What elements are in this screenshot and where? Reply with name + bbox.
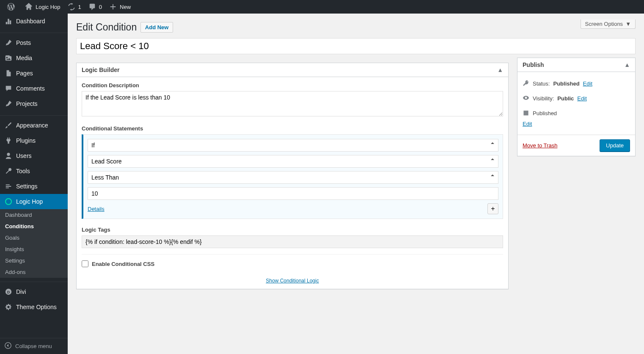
submenu-settings[interactable]: Settings xyxy=(0,255,68,266)
publish-box: Publish ▲ Status: Published Edit Visibil… xyxy=(517,58,636,156)
new-label: New xyxy=(120,4,131,10)
submenu-conditions[interactable]: Conditions xyxy=(0,221,68,232)
sidebar-item-label: Tools xyxy=(16,168,30,174)
condition-if-select[interactable]: If xyxy=(88,139,498,152)
sidebar-item-appearance[interactable]: Appearance xyxy=(0,118,68,133)
move-to-trash-link[interactable]: Move to Trash xyxy=(523,142,557,149)
updates[interactable]: 1 xyxy=(64,0,85,14)
submenu-dashboard[interactable]: Dashboard xyxy=(0,209,68,221)
admin-sidebar: Dashboard Posts Media Pages Comments Pro… xyxy=(0,14,68,298)
sidebar-item-posts[interactable]: Posts xyxy=(0,35,68,50)
sliders-icon xyxy=(4,182,13,191)
conditional-statement-block: If Lead Score Less Than Details + xyxy=(82,134,503,219)
page-title: Edit Condition xyxy=(76,18,137,35)
enable-css-checkbox[interactable] xyxy=(82,260,88,267)
comment-icon xyxy=(88,3,96,11)
sidebar-item-plugins[interactable]: Plugins xyxy=(0,133,68,148)
sidebar-item-label: Pages xyxy=(16,70,33,77)
logichop-submenu: Dashboard Conditions Goals Insights Sett… xyxy=(0,209,68,278)
published-label: Published xyxy=(533,110,557,116)
pin-icon xyxy=(4,39,13,47)
status-label: Status: xyxy=(533,80,550,87)
plus-icon xyxy=(109,3,117,11)
publish-visibility-row: Visibility: Public Edit xyxy=(523,91,630,106)
sidebar-item-label: Dashboard xyxy=(16,18,45,25)
logic-builder-header[interactable]: Logic Builder ▲ xyxy=(77,63,508,77)
submenu-goals[interactable]: Goals xyxy=(0,232,68,243)
sidebar-item-settings[interactable]: Settings xyxy=(0,179,68,194)
publish-header[interactable]: Publish ▲ xyxy=(517,58,635,72)
sidebar-item-tools[interactable]: Tools xyxy=(0,163,68,179)
site-name[interactable]: Logic Hop xyxy=(21,0,64,14)
add-new-button[interactable]: Add New xyxy=(140,22,173,33)
logic-builder-title: Logic Builder xyxy=(82,66,119,73)
status-edit-link[interactable]: Edit xyxy=(583,80,592,87)
show-conditional-logic-link[interactable]: Show Conditional Logic xyxy=(266,278,319,284)
publish-date-row: Published Edit xyxy=(523,106,630,130)
updates-count: 1 xyxy=(78,4,81,10)
dashboard-icon xyxy=(4,17,13,25)
logic-tags-label: Logic Tags xyxy=(82,227,503,233)
toggle-panel-icon[interactable]: ▲ xyxy=(497,66,503,73)
chevron-down-icon: ▼ xyxy=(625,21,631,27)
wordpress-icon xyxy=(7,3,15,11)
visibility-edit-link[interactable]: Edit xyxy=(577,95,586,102)
visibility-label: Visibility: xyxy=(533,95,554,102)
condition-field-select[interactable]: Lead Score xyxy=(88,155,498,168)
condition-operator-select[interactable]: Less Than xyxy=(88,171,498,184)
projects-icon xyxy=(4,100,13,108)
sidebar-item-users[interactable]: Users xyxy=(0,148,68,163)
wordpress-logo[interactable] xyxy=(3,0,21,14)
condition-description-input[interactable] xyxy=(82,91,503,116)
sidebar-item-comments[interactable]: Comments xyxy=(0,81,68,96)
condition-value-input[interactable] xyxy=(88,187,498,200)
sidebar-item-label: Posts xyxy=(16,39,31,46)
submenu-insights[interactable]: Insights xyxy=(0,243,68,255)
update-button[interactable]: Update xyxy=(600,139,630,152)
sidebar-item-label: Plugins xyxy=(16,137,36,144)
new-content[interactable]: New xyxy=(105,0,134,14)
sidebar-item-pages[interactable]: Pages xyxy=(0,66,68,81)
eye-icon xyxy=(523,94,529,102)
sidebar-item-label: Media xyxy=(16,55,32,61)
page-icon xyxy=(4,69,13,77)
sidebar-item-divi[interactable]: D Divi xyxy=(0,284,68,298)
wrench-icon xyxy=(4,167,13,175)
submenu-addons[interactable]: Add-ons xyxy=(0,266,68,278)
publish-title: Publish xyxy=(523,61,544,68)
sidebar-item-label: Settings xyxy=(16,183,38,190)
sidebar-item-label: Logic Hop xyxy=(16,198,43,205)
logic-builder-box: Logic Builder ▲ Condition Description Co… xyxy=(76,63,509,289)
admin-bar: Logic Hop 1 0 New xyxy=(0,0,644,14)
update-icon xyxy=(67,3,76,11)
users-icon xyxy=(4,152,13,160)
status-value: Published xyxy=(553,80,579,87)
post-title-input[interactable] xyxy=(76,38,636,54)
comments[interactable]: 0 xyxy=(85,0,105,14)
sidebar-item-projects[interactable]: Projects xyxy=(0,96,68,111)
logic-tags-input[interactable] xyxy=(82,235,503,248)
sidebar-item-media[interactable]: Media xyxy=(0,50,68,66)
comments-count: 0 xyxy=(99,4,102,10)
site-name-text: Logic Hop xyxy=(36,4,61,10)
sidebar-item-label: Appearance xyxy=(16,122,48,129)
toggle-panel-icon[interactable]: ▲ xyxy=(624,61,630,68)
details-link[interactable]: Details xyxy=(88,206,105,212)
condition-description-label: Condition Description xyxy=(82,82,503,88)
svg-text:D: D xyxy=(7,290,10,294)
brush-icon xyxy=(4,121,13,130)
published-edit-link[interactable]: Edit xyxy=(523,121,532,127)
comments-icon xyxy=(4,84,13,93)
screen-options[interactable]: Screen Options ▼ xyxy=(581,19,636,29)
conditional-statements-label: Conditional Statements xyxy=(82,125,503,132)
media-icon xyxy=(4,54,13,62)
calendar-icon xyxy=(523,109,529,117)
add-condition-button[interactable]: + xyxy=(487,203,498,214)
publish-status-row: Status: Published Edit xyxy=(523,76,630,91)
sidebar-item-logichop[interactable]: Logic Hop xyxy=(0,194,68,209)
sidebar-item-dashboard[interactable]: Dashboard xyxy=(0,14,68,29)
screen-options-button[interactable]: Screen Options ▼ xyxy=(581,19,636,29)
sidebar-item-label: Comments xyxy=(16,85,45,92)
key-icon xyxy=(523,80,529,88)
sidebar-item-label: Projects xyxy=(16,100,38,107)
